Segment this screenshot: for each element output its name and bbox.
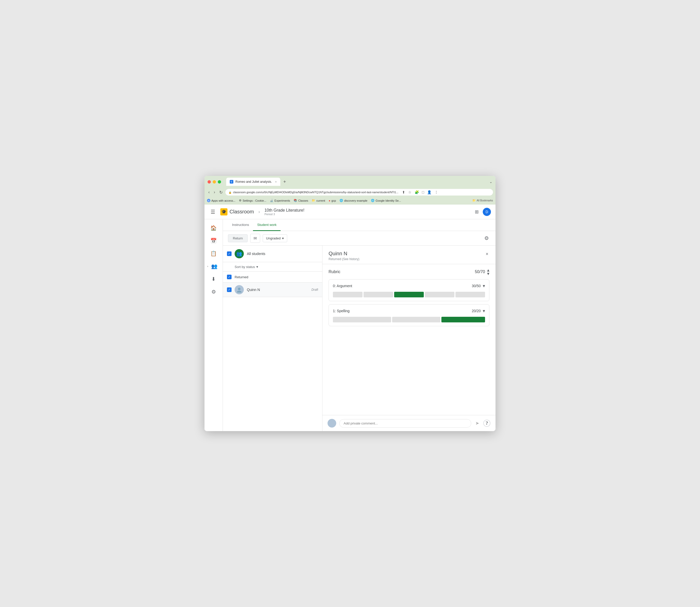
- avatar[interactable]: D: [483, 208, 491, 216]
- bookmark-label: Classes: [298, 199, 308, 202]
- criterion-argument-header: 0: Argument 30/50 ▾: [333, 283, 485, 289]
- close-traffic-light[interactable]: [208, 180, 211, 184]
- main-layout: 🏠 📅 📋 › 👥 ⬇ ⚙ Instructions Student work: [205, 219, 495, 431]
- bar-segment-2[interactable]: [392, 317, 440, 322]
- bookmark-apps[interactable]: G Apps with access...: [207, 199, 235, 202]
- bookmark-icon[interactable]: ☆: [407, 190, 413, 195]
- check-icon: ✓: [228, 252, 230, 255]
- sidebar-people-button[interactable]: 👥: [209, 260, 220, 272]
- bar-segment-2[interactable]: [364, 292, 393, 297]
- maximize-traffic-light[interactable]: [218, 180, 221, 184]
- criterion-expand-icon[interactable]: ▾: [483, 283, 485, 289]
- extensions-icon[interactable]: 🧩: [414, 190, 420, 195]
- profile-icon[interactable]: 👤: [426, 190, 432, 195]
- bookmark-discovery[interactable]: 🌐 discovery example: [339, 199, 367, 202]
- student-name: Quinn N: [247, 288, 308, 292]
- bar-segment-5[interactable]: [455, 292, 485, 297]
- returned-checkbox[interactable]: ✓: [227, 275, 231, 279]
- address-actions: ⬆ ☆ 🧩 □ 👤 ⋮: [401, 190, 439, 195]
- bookmark-classes[interactable]: 📚 Classes: [293, 199, 308, 202]
- all-students-checkbox[interactable]: ✓: [227, 251, 231, 256]
- share-icon[interactable]: ⬆: [401, 190, 406, 195]
- browser-window: C Romeo and Juliet analysis. × + ⌄ ‹ › ↻…: [205, 176, 495, 431]
- bookmark-current[interactable]: 📁 current: [312, 199, 325, 202]
- bookmark-google-identity[interactable]: 🌐 Google Identity Se...: [371, 199, 401, 202]
- student-row[interactable]: ✓ Quinn N Draft: [223, 282, 322, 297]
- sort-arrow-icon[interactable]: ▾: [256, 265, 258, 269]
- sidebar-people-section: › 👥: [207, 260, 220, 272]
- titlebar: C Romeo and Juliet analysis. × + ⌄: [205, 176, 495, 188]
- bookmark-label: current: [316, 199, 325, 202]
- bookmark-label: Google Identity Se...: [375, 199, 401, 202]
- section-header-returned: ✓ Returned: [223, 272, 322, 282]
- back-button[interactable]: ‹: [207, 189, 211, 195]
- rubric-score-toggle[interactable]: ▴▾: [487, 268, 489, 276]
- detail-student-status: Returned (See history): [329, 257, 359, 261]
- course-name: 10th Grade Literature!: [265, 208, 305, 213]
- sidebar-toggle[interactable]: □: [421, 190, 425, 195]
- sidebar-calendar-button[interactable]: 📅: [208, 235, 219, 246]
- tab-close-icon[interactable]: ×: [275, 180, 276, 183]
- hamburger-menu[interactable]: ☰: [209, 207, 217, 216]
- course-info: 10th Grade Literature! Period 3: [265, 208, 305, 216]
- url-text: classroom.google.com/u/0/c/NjEyMDI4ODlxM…: [233, 191, 398, 194]
- send-comment-button[interactable]: ➤: [474, 419, 480, 427]
- criterion-argument: 0: Argument 30/50 ▾: [329, 279, 489, 301]
- breadcrumb-arrow: ›: [259, 210, 260, 214]
- tab-chevron-icon[interactable]: ⌄: [489, 180, 492, 184]
- tab-navigation: Instructions Student work: [223, 219, 495, 231]
- more-icon[interactable]: ⋮: [433, 190, 439, 195]
- address-box[interactable]: 🔒 classroom.google.com/u/0/c/NjEyMDI4ODl…: [225, 189, 493, 195]
- bookmark-gcp[interactable]: ● gcp: [329, 199, 336, 202]
- tab-student-work[interactable]: Student work: [253, 219, 281, 231]
- email-icon: ✉: [253, 236, 257, 241]
- sidebar: 🏠 📅 📋 › 👥 ⬇ ⚙: [205, 219, 223, 431]
- criterion-expand-icon[interactable]: ▾: [483, 308, 485, 314]
- comment-input[interactable]: [339, 419, 471, 427]
- rubric-score-row: 50/70 ▴▾: [475, 268, 489, 276]
- forward-button[interactable]: ›: [212, 189, 216, 195]
- tab-instructions[interactable]: Instructions: [228, 219, 253, 231]
- all-students-label: All students: [247, 252, 265, 256]
- sidebar-download-button[interactable]: ⬇: [208, 273, 219, 285]
- sidebar-settings-button[interactable]: ⚙: [208, 286, 219, 297]
- bookmark-settings[interactable]: ⚙ Settings - Cookie...: [239, 199, 266, 202]
- bar-segment-3-selected[interactable]: [394, 292, 424, 297]
- bar-segment-3-selected[interactable]: [441, 317, 485, 322]
- return-button[interactable]: Return: [228, 234, 248, 242]
- bar-segment-1[interactable]: [333, 292, 363, 297]
- spelling-score-bar: [333, 317, 485, 322]
- grade-select[interactable]: Ungraded ▾: [263, 234, 287, 242]
- all-bookmarks[interactable]: 📁 All Bookmarks: [472, 199, 493, 202]
- minimize-traffic-light[interactable]: [213, 180, 216, 184]
- bookmark-label: discovery example: [344, 199, 367, 202]
- grade-label: Ungraded: [266, 236, 281, 240]
- bar-segment-4[interactable]: [425, 292, 454, 297]
- sidebar-assignment-button[interactable]: 📋: [208, 248, 219, 259]
- sidebar-expand-people-button[interactable]: ›: [207, 265, 208, 268]
- bookmark-label: All Bookmarks: [477, 199, 493, 202]
- sort-label: Sort by status: [234, 265, 255, 269]
- settings-button[interactable]: ⚙: [483, 234, 490, 243]
- email-button[interactable]: ✉: [250, 234, 260, 243]
- sidebar-home-button[interactable]: 🏠: [208, 222, 219, 234]
- apps-grid-button[interactable]: ⊞: [473, 208, 480, 216]
- bookmark-label: Experiments: [274, 199, 290, 202]
- detail-body: Rubric 50/70 ▴▾: [323, 264, 495, 415]
- tab-bar: C Romeo and Juliet analysis. × +: [226, 177, 288, 186]
- student-checkbox[interactable]: ✓: [227, 288, 231, 292]
- bar-segment-1[interactable]: [333, 317, 391, 322]
- detail-close-button[interactable]: ×: [485, 251, 489, 257]
- rubric-title: Rubric: [329, 270, 340, 274]
- new-tab-button[interactable]: +: [281, 178, 288, 186]
- active-tab[interactable]: C Romeo and Juliet analysis. ×: [226, 177, 280, 186]
- all-students-icon: 👥: [234, 249, 244, 258]
- bookmark-label: Apps with access...: [211, 199, 235, 202]
- commenter-avatar: [328, 419, 336, 427]
- sort-row: Sort by status ▾: [223, 262, 322, 272]
- bookmark-experiments[interactable]: 🔬 Experiments: [270, 199, 290, 202]
- help-button[interactable]: ?: [483, 420, 490, 427]
- toolbar: Return ✉ Ungraded ▾ ⚙: [223, 231, 495, 246]
- criterion-name: 0: Argument: [333, 284, 352, 288]
- reload-button[interactable]: ↻: [218, 189, 224, 195]
